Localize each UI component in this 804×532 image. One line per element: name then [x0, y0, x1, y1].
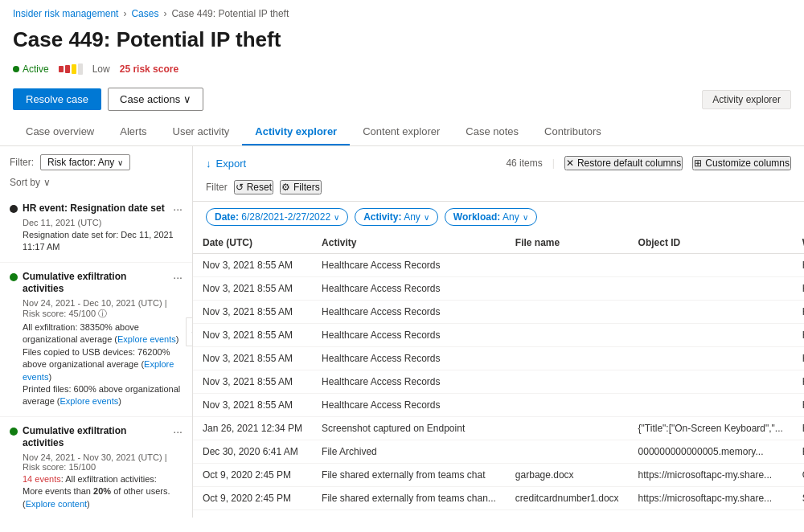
cell-date: Oct 9, 2020 2:45 PM: [193, 487, 312, 510]
table-row[interactable]: Nov 3, 2021 8:55 AMHealthcare Access Rec…: [193, 394, 804, 417]
cell-date: Jan 26, 2021 12:34 PM: [193, 417, 312, 440]
sidebar-item-title: Cumulative exfiltration activities: [23, 425, 168, 450]
col-header-workload[interactable]: Workload: [793, 232, 804, 254]
cell-activity: File shared externally from teams chan..…: [312, 487, 506, 510]
export-icon: ↓: [206, 158, 211, 170]
chevron-down-icon: ∨: [523, 213, 528, 222]
table-row[interactable]: Nov 3, 2021 8:55 AMHealthcare Access Rec…: [193, 277, 804, 301]
cell-objectid: https://microsoftapc-my.share...: [629, 487, 793, 510]
col-header-date[interactable]: Date (UTC): [193, 232, 312, 254]
tab-contributors[interactable]: Contributors: [531, 119, 614, 145]
cell-workload: HealthcareCon...: [793, 347, 804, 370]
sidebar-item-cumulative-2[interactable]: Cumulative exfiltration activities ··· N…: [0, 417, 192, 518]
content-area: ↓ Export 46 items | ✕ Restore default co…: [193, 146, 804, 518]
resolve-case-button[interactable]: Resolve case: [13, 88, 101, 110]
filter-bar: Filter ↺ Reset ⚙ Filters: [193, 177, 804, 202]
cell-activity: Healthcare Access Records: [312, 347, 506, 370]
cell-filename: [506, 254, 629, 277]
cell-date: Nov 3, 2021 8:55 AM: [193, 277, 312, 301]
explore-events-link-1[interactable]: Explore events: [117, 334, 176, 344]
cell-filename: [506, 417, 629, 440]
tab-user-activity[interactable]: User activity: [160, 119, 243, 145]
explore-events-link-2[interactable]: Explore events: [23, 359, 174, 381]
cell-workload: HealthcareCon...: [793, 301, 804, 324]
cell-date: Nov 3, 2021 8:55 AM: [193, 301, 312, 324]
restore-columns-button[interactable]: ✕ Restore default columns: [564, 156, 683, 170]
cell-workload: HealthcareCon...: [793, 324, 804, 347]
page-title: Case 449: Potential IP theft: [13, 27, 791, 52]
breadcrumb-cases[interactable]: Cases: [131, 8, 158, 19]
cell-workload: SharePoint: [793, 510, 804, 518]
case-actions-button[interactable]: Case actions ∨: [108, 88, 203, 111]
cell-date: Nov 3, 2021 8:55 AM: [193, 394, 312, 417]
col-header-activity[interactable]: Activity: [312, 232, 506, 254]
cell-filename: [506, 440, 629, 464]
col-header-filename[interactable]: File name: [506, 232, 629, 254]
filter-label: Filter:: [10, 157, 34, 168]
col-header-objectid[interactable]: Object ID: [629, 232, 793, 254]
table-row[interactable]: Nov 3, 2021 8:55 AMHealthcare Access Rec…: [193, 324, 804, 347]
chevron-down-icon: ∨: [424, 213, 429, 222]
sort-by-button[interactable]: Sort by ∨: [0, 174, 192, 194]
filter-value: Risk factor: Any: [47, 157, 114, 168]
table-row[interactable]: Nov 3, 2021 8:55 AMHealthcare Access Rec…: [193, 254, 804, 277]
table-row[interactable]: Oct 9, 2020 2:45 PMFile shared externall…: [193, 464, 804, 487]
cell-workload: HealthcareCon...: [793, 277, 804, 301]
item-menu-button[interactable]: ···: [173, 425, 183, 438]
export-button[interactable]: ↓ Export: [206, 158, 246, 170]
tab-case-overview[interactable]: Case overview: [13, 119, 107, 145]
item-desc: 14 events: All exfiltration activities: …: [23, 473, 183, 518]
workload-filter-pill[interactable]: Workload: Any ∨: [445, 208, 537, 226]
cell-workload: OneDrive: [793, 464, 804, 487]
cell-workload: SharePoint: [793, 487, 804, 510]
cell-filename: [506, 370, 629, 394]
sidebar-item-title: Cumulative exfiltration activities: [23, 271, 168, 296]
cell-objectid: https://microsoftapc.sharepoint...: [629, 510, 793, 518]
activity-filter-pill[interactable]: Activity: Any ∨: [355, 208, 438, 226]
cell-filename: [506, 510, 629, 518]
risk-score: 25 risk score: [120, 63, 178, 75]
explore-events-link-3[interactable]: Explore events: [59, 396, 118, 406]
date-filter-pill[interactable]: Date: 6/28/2021-2/27/2022 ∨: [206, 208, 348, 226]
table-row[interactable]: Jan 26, 2021 12:34 PMScreenshot captured…: [193, 417, 804, 440]
reset-button[interactable]: ↺ Reset: [234, 180, 273, 194]
customize-icon: ⊞: [694, 158, 702, 169]
cell-activity: Healthcare Access Records: [312, 254, 506, 277]
filters-button[interactable]: ⚙ Filters: [280, 180, 322, 194]
restore-divider: |: [552, 158, 555, 169]
breadcrumb-current: Case 449: Potential IP theft: [171, 8, 289, 19]
cell-date: Oct 9, 2020 2:45 PM: [193, 510, 312, 518]
item-menu-button[interactable]: ···: [173, 271, 183, 284]
nav-tabs: Case overview Alerts User activity Activ…: [0, 119, 804, 146]
table-row[interactable]: Nov 3, 2021 8:55 AMHealthcare Access Rec…: [193, 370, 804, 394]
close-icon: ✕: [566, 158, 574, 169]
cell-objectid: [629, 277, 793, 301]
customize-columns-button[interactable]: ⊞ Customize columns: [692, 156, 791, 170]
table-row[interactable]: Oct 9, 2020 2:45 PMFile shared externall…: [193, 487, 804, 510]
risk-factor-filter[interactable]: Risk factor: Any ∨: [40, 154, 130, 170]
explore-content-link-1[interactable]: Explore content: [26, 499, 87, 509]
cell-date: Oct 9, 2020 2:45 PM: [193, 464, 312, 487]
table-row[interactable]: Nov 3, 2021 8:55 AMHealthcare Access Rec…: [193, 347, 804, 370]
table-row[interactable]: Oct 9, 2020 2:45 PMFolder shared externa…: [193, 510, 804, 518]
filter-icon: ⚙: [281, 182, 290, 193]
tab-alerts[interactable]: Alerts: [107, 119, 159, 145]
tab-activity-explorer[interactable]: Activity explorer: [242, 119, 350, 145]
cell-objectid: [629, 394, 793, 417]
tab-case-notes[interactable]: Case notes: [453, 119, 531, 145]
sidebar-item-hr-event[interactable]: HR event: Resignation date set ··· Dec 1…: [0, 194, 192, 263]
tab-content-explorer[interactable]: Content explorer: [350, 119, 453, 145]
cell-activity: Healthcare Access Records: [312, 324, 506, 347]
table-row[interactable]: Nov 3, 2021 8:55 AMHealthcare Access Rec…: [193, 301, 804, 324]
content-toolbar: ↓ Export 46 items | ✕ Restore default co…: [193, 146, 804, 177]
chevron-down-icon: ∨: [43, 177, 51, 188]
breadcrumb-sep2: ›: [163, 8, 166, 19]
chevron-down-icon: ∨: [183, 93, 191, 105]
cell-objectid: [629, 254, 793, 277]
breadcrumb-insider-risk[interactable]: Insider risk management: [13, 8, 118, 19]
sidebar-item-cumulative-1[interactable]: Cumulative exfiltration activities ··· N…: [0, 263, 192, 417]
table-row[interactable]: Dec 30, 2020 6:41 AMFile Archived0000000…: [193, 440, 804, 464]
breadcrumb-sep1: ›: [123, 8, 126, 19]
collapse-sidebar-button[interactable]: ‹: [186, 317, 193, 346]
item-menu-button[interactable]: ···: [173, 203, 183, 215]
